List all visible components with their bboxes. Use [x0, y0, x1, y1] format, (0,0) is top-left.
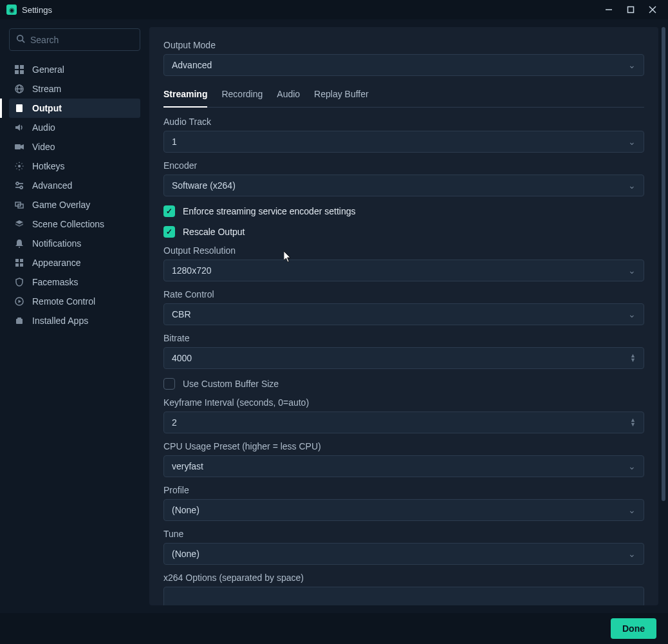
sidebar-item-video[interactable]: Video [9, 137, 140, 156]
tab-replay-buffer[interactable]: Replay Buffer [314, 89, 369, 107]
svg-rect-31 [15, 263, 19, 267]
globe-icon [14, 84, 24, 94]
sidebar-item-facemasks[interactable]: Facemasks [9, 272, 140, 292]
scrollbar[interactable] [661, 27, 666, 605]
step-down-icon: ▼ [630, 358, 636, 363]
checkbox-unchecked-icon [163, 378, 175, 390]
custom-buffer-checkbox-row[interactable]: Use Custom Buffer Size [163, 378, 644, 390]
sidebar-item-remote-control[interactable]: Remote Control [9, 292, 140, 311]
tab-audio[interactable]: Audio [277, 89, 300, 107]
chevron-down-icon: ⌄ [628, 180, 636, 191]
select-value: (None) [172, 505, 199, 515]
tab-streaming[interactable]: Streaming [163, 89, 207, 107]
search-input[interactable] [30, 35, 133, 45]
sidebar-item-label: Appearance [32, 258, 81, 268]
keyframe-input[interactable]: 2 ▲▼ [163, 412, 644, 433]
svg-rect-8 [15, 70, 19, 74]
sidebar-item-label: Audio [32, 122, 55, 133]
svg-point-18 [16, 182, 19, 185]
svg-rect-35 [16, 319, 23, 324]
svg-rect-9 [20, 70, 24, 74]
sidebar-item-label: Advanced [32, 180, 72, 191]
output-mode-label: Output Mode [163, 40, 644, 50]
tune-select[interactable]: (None) ⌄ [163, 543, 644, 565]
search-icon [16, 34, 25, 45]
profile-select[interactable]: (None) ⌄ [163, 499, 644, 521]
select-value: veryfast [172, 461, 203, 471]
output-mode-select[interactable]: Advanced ⌄ [163, 54, 644, 76]
sidebar-item-audio[interactable]: Audio [9, 118, 140, 137]
sidebar-item-label: General [32, 64, 64, 75]
audio-track-select[interactable]: 1 ⌄ [163, 131, 644, 153]
mask-icon [14, 277, 24, 287]
grid-icon [14, 64, 24, 75]
sidebar-item-scene-collections[interactable]: Scene Collections [9, 214, 140, 234]
sidebar-item-stream[interactable]: Stream [9, 79, 140, 99]
sidebar-item-label: Notifications [32, 238, 81, 249]
maximize-button[interactable] [627, 6, 640, 14]
bell-icon [14, 238, 24, 249]
content-panel: Output Mode Advanced ⌄ Streaming Recordi… [149, 27, 658, 605]
svg-rect-29 [15, 259, 19, 262]
overlay-icon [14, 200, 24, 210]
bitrate-input[interactable]: 4000 ▲▼ [163, 347, 644, 369]
gear-icon [14, 161, 24, 171]
audio-track-label: Audio Track [163, 117, 644, 127]
svg-rect-6 [15, 65, 19, 69]
output-resolution-select[interactable]: 1280x720 ⌄ [163, 260, 644, 281]
chevron-down-icon: ⌄ [628, 461, 636, 471]
chevron-down-icon: ⌄ [628, 505, 636, 515]
select-value: Software (x264) [172, 180, 236, 191]
done-button[interactable]: Done [611, 618, 656, 639]
output-icon [14, 103, 24, 113]
sidebar-item-label: Remote Control [32, 296, 95, 307]
sidebar-item-game-overlay[interactable]: Game Overlay [9, 195, 140, 214]
cpu-preset-label: CPU Usage Preset (higher = less CPU) [163, 441, 644, 451]
sidebar-item-notifications[interactable]: Notifications [9, 234, 140, 253]
tab-recording[interactable]: Recording [221, 89, 263, 107]
search-box[interactable] [9, 28, 140, 51]
minimize-button[interactable] [605, 6, 618, 14]
palette-icon [14, 258, 24, 268]
svg-point-4 [17, 35, 23, 41]
checkbox-checked-icon: ✓ [163, 226, 175, 238]
sidebar-item-advanced[interactable]: Advanced [9, 176, 140, 195]
sidebar: General Stream Output Audio Video Hotkey… [0, 19, 149, 613]
rate-control-select[interactable]: CBR ⌄ [163, 303, 644, 325]
rescale-checkbox-row[interactable]: ✓ Rescale Output [163, 226, 644, 238]
sidebar-item-label: Installed Apps [32, 316, 88, 326]
svg-marker-16 [21, 144, 24, 149]
svg-line-5 [23, 41, 25, 43]
svg-marker-26 [15, 220, 23, 224]
bitrate-label: Bitrate [163, 333, 644, 343]
x264-opts-input[interactable] [163, 587, 644, 605]
footer: Done [0, 613, 668, 644]
scrollbar-thumb[interactable] [662, 27, 665, 501]
close-button[interactable] [649, 6, 662, 14]
profile-label: Profile [163, 485, 644, 495]
chevron-down-icon: ⌄ [628, 549, 636, 559]
keyframe-label: Keyframe Interval (seconds, 0=auto) [163, 397, 644, 408]
chevron-down-icon: ⌄ [628, 137, 636, 147]
chevron-down-icon: ⌄ [628, 265, 636, 276]
enforce-label: Enforce streaming service encoder settin… [183, 206, 355, 216]
svg-rect-7 [20, 65, 24, 69]
input-value: 2 [172, 417, 177, 428]
layers-icon [14, 219, 24, 229]
number-stepper[interactable]: ▲▼ [630, 418, 636, 427]
sidebar-item-label: Game Overlay [32, 200, 90, 210]
sidebar-item-installed-apps[interactable]: Installed Apps [9, 311, 140, 330]
encoder-select[interactable]: Software (x264) ⌄ [163, 175, 644, 196]
sidebar-item-hotkeys[interactable]: Hotkeys [9, 156, 140, 176]
custom-buffer-label: Use Custom Buffer Size [183, 379, 279, 389]
svg-marker-14 [15, 124, 20, 131]
play-circle-icon [14, 296, 24, 307]
select-value: (None) [172, 549, 199, 559]
sidebar-item-general[interactable]: General [9, 60, 140, 79]
number-stepper[interactable]: ▲▼ [630, 354, 636, 363]
sidebar-item-output[interactable]: Output [9, 99, 140, 118]
sidebar-item-appearance[interactable]: Appearance [9, 253, 140, 272]
enforce-checkbox-row[interactable]: ✓ Enforce streaming service encoder sett… [163, 205, 644, 217]
cpu-preset-select[interactable]: veryfast ⌄ [163, 455, 644, 477]
window-title: Settings [22, 5, 52, 15]
